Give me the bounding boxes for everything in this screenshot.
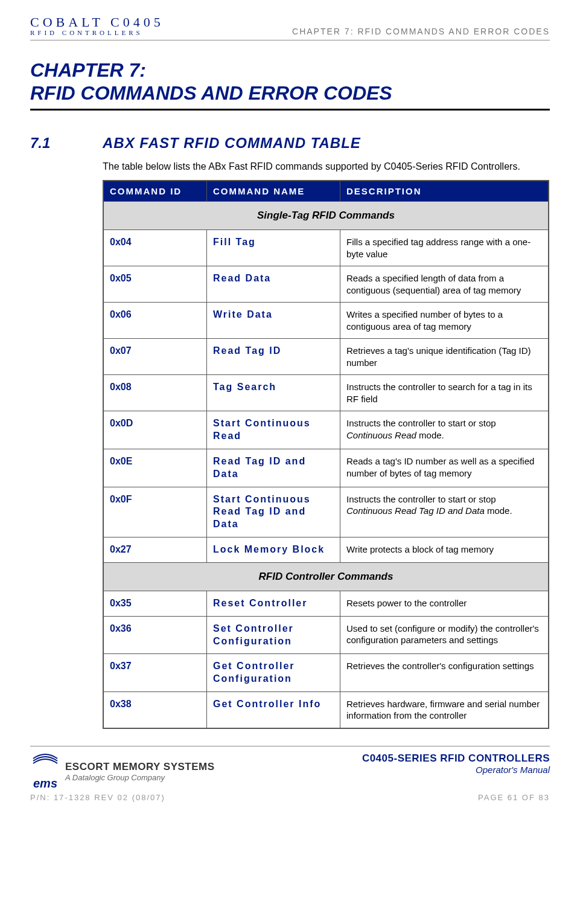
cell-command-id: 0x0D: [103, 411, 207, 449]
table-subheader: RFID Controller Commands: [103, 562, 549, 591]
cell-description: Fills a specified tag address range with…: [340, 230, 549, 266]
cell-command-id: 0x04: [103, 230, 207, 266]
page-header: COBALT C0405 RFID CONTROLLERS CHAPTER 7:…: [30, 14, 550, 40]
cell-description: Instructs the controller to start or sto…: [340, 487, 549, 537]
cell-command-id: 0x05: [103, 266, 207, 303]
table-row: 0x08Tag SearchInstructs the controller t…: [103, 375, 549, 411]
page-number: PAGE 61 OF 83: [478, 793, 550, 802]
cell-command-name: Reset Controller: [207, 591, 340, 616]
table-row: 0x06Write DataWrites a specified number …: [103, 303, 549, 339]
footer-right-block: C0405-SERIES RFID CONTROLLERS Operator's…: [362, 752, 550, 775]
cell-command-name: Start Continuous Read: [207, 411, 340, 449]
cell-command-name: Set Controller Configuration: [207, 616, 340, 654]
command-table: COMMAND ID COMMAND NAME DESCRIPTION Sing…: [103, 180, 549, 729]
table-row: 0x07Read Tag IDRetrieves a tag's unique …: [103, 339, 549, 375]
escort-block: ESCORT MEMORY SYSTEMS A Datalogic Group …: [65, 761, 215, 782]
table-row: 0x0DStart Continuous ReadInstructs the c…: [103, 411, 549, 449]
running-header: CHAPTER 7: RFID COMMANDS AND ERROR CODES: [292, 27, 550, 36]
cell-description: Resets power to the controller: [340, 591, 549, 616]
cell-description: Retrieves a tag's unique identification …: [340, 339, 549, 375]
cell-description: Write protects a block of tag memory: [340, 537, 549, 563]
section-number: 7.1: [30, 135, 103, 152]
controller-title: C0405-SERIES RFID CONTROLLERS: [362, 752, 550, 765]
cell-command-id: 0x36: [103, 616, 207, 654]
cell-command-name: Read Data: [207, 266, 340, 303]
section-intro: The table below lists the ABx Fast RFID …: [103, 160, 550, 173]
cell-command-name: Get Controller Configuration: [207, 654, 340, 692]
cell-description: Retrieves hardware, firmware and serial …: [340, 691, 549, 728]
chapter-title-line1: CHAPTER 7:: [30, 59, 550, 82]
table-row: 0x05Read DataReads a specified length of…: [103, 266, 549, 303]
controller-sub: Operator's Manual: [362, 765, 550, 775]
cell-command-name: Read Tag ID and Data: [207, 449, 340, 487]
chapter-title-block: CHAPTER 7: RFID COMMANDS AND ERROR CODES: [30, 59, 550, 111]
table-row: 0x38Get Controller InfoRetrieves hardwar…: [103, 691, 549, 728]
col-header-name: COMMAND NAME: [207, 181, 340, 202]
cell-command-id: 0x37: [103, 654, 207, 692]
cell-command-name: Fill Tag: [207, 230, 340, 266]
chapter-title-line2: RFID COMMANDS AND ERROR CODES: [30, 82, 550, 104]
cell-command-name: Tag Search: [207, 375, 340, 411]
cell-description: Instructs the controller to start or sto…: [340, 411, 549, 449]
table-row: 0x35Reset ControllerResets power to the …: [103, 591, 549, 616]
subheader-cell: RFID Controller Commands: [103, 562, 549, 591]
col-header-id: COMMAND ID: [103, 181, 207, 202]
ems-text: ems: [30, 777, 60, 791]
cell-command-id: 0x38: [103, 691, 207, 728]
table-row: 0x04Fill TagFills a specified tag addres…: [103, 230, 549, 266]
logo-line1: COBALT C0405: [30, 14, 164, 30]
cell-description: Reads a tag's ID number as well as a spe…: [340, 449, 549, 487]
cell-command-id: 0x07: [103, 339, 207, 375]
cell-command-name: Read Tag ID: [207, 339, 340, 375]
table-header-row: COMMAND ID COMMAND NAME DESCRIPTION: [103, 181, 549, 202]
cell-command-name: Write Data: [207, 303, 340, 339]
escort-bottom: A Datalogic Group Company: [65, 773, 215, 782]
escort-top: ESCORT MEMORY SYSTEMS: [65, 761, 215, 773]
cell-command-id: 0x27: [103, 537, 207, 563]
cell-command-name: Lock Memory Block: [207, 537, 340, 563]
table-row: 0x0ERead Tag ID and DataReads a tag's ID…: [103, 449, 549, 487]
cell-description: Used to set (configure or modify) the co…: [340, 616, 549, 654]
cell-command-id: 0x06: [103, 303, 207, 339]
cell-command-id: 0x08: [103, 375, 207, 411]
table-row: 0x27Lock Memory BlockWrite protects a bl…: [103, 537, 549, 563]
cell-description: Reads a specified length of data from a …: [340, 266, 549, 303]
cell-command-id: 0x0E: [103, 449, 207, 487]
product-logo: COBALT C0405 RFID CONTROLLERS: [30, 14, 164, 36]
table-row: 0x36Set Controller ConfigurationUsed to …: [103, 616, 549, 654]
section-title: ABX FAST RFID COMMAND TABLE: [103, 135, 361, 152]
table-row: 0x0FStart Continuous Read Tag ID and Dat…: [103, 487, 549, 537]
cell-description: Writes a specified number of bytes to a …: [340, 303, 549, 339]
section-heading: 7.1 ABX FAST RFID COMMAND TABLE: [30, 135, 550, 152]
table-row: 0x37Get Controller ConfigurationRetrieve…: [103, 654, 549, 692]
col-header-desc: DESCRIPTION: [340, 181, 549, 202]
page-footer: ems ESCORT MEMORY SYSTEMS A Datalogic Gr…: [30, 746, 550, 802]
part-number: P/N: 17-1328 REV 02 (08/07): [30, 793, 165, 802]
cell-command-name: Start Continuous Read Tag ID and Data: [207, 487, 340, 537]
cell-command-id: 0x35: [103, 591, 207, 616]
ems-logo: ems: [30, 752, 60, 791]
cell-command-name: Get Controller Info: [207, 691, 340, 728]
cell-description: Instructs the controller to search for a…: [340, 375, 549, 411]
table-subheader: Single-Tag RFID Commands: [103, 202, 549, 230]
cell-command-id: 0x0F: [103, 487, 207, 537]
cell-description: Retrieves the controller's configuration…: [340, 654, 549, 692]
subheader-cell: Single-Tag RFID Commands: [103, 202, 549, 230]
